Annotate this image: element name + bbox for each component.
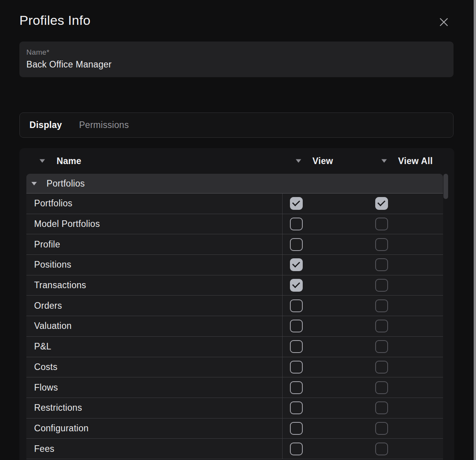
row-view-all-cell <box>375 214 443 234</box>
view-checkbox[interactable] <box>290 238 303 251</box>
table-row: Restrictions <box>26 398 443 418</box>
row-view-all-cell <box>375 418 443 439</box>
view-checkbox[interactable] <box>290 258 303 271</box>
row-view-all-cell <box>375 296 443 316</box>
close-icon <box>439 17 449 28</box>
row-view-cell <box>282 398 375 418</box>
table-row: Valuation <box>26 316 443 337</box>
row-name-cell: Flows <box>26 377 282 398</box>
view-checkbox[interactable] <box>290 381 303 394</box>
view-all-checkbox[interactable] <box>375 340 388 353</box>
row-view-cell <box>282 214 375 234</box>
view-all-checkbox[interactable] <box>375 320 388 332</box>
row-view-all-cell <box>375 316 443 336</box>
row-view-cell <box>282 377 375 398</box>
view-all-checkbox[interactable] <box>375 238 388 251</box>
row-label: Positions <box>34 259 71 270</box>
group-row-label: Portfolios <box>47 178 85 189</box>
row-view-cell <box>282 316 375 336</box>
row-view-all-cell <box>375 357 443 377</box>
view-checkbox[interactable] <box>290 361 303 374</box>
tab-display[interactable]: Display <box>29 120 62 130</box>
tab-permissions[interactable]: Permissions <box>79 120 129 130</box>
row-view-all-cell <box>375 234 443 254</box>
row-view-all-cell <box>375 275 443 296</box>
sort-icon-view[interactable] <box>296 159 301 163</box>
table-header: Name View View All <box>19 148 454 174</box>
row-label: Restrictions <box>34 403 82 413</box>
view-checkbox[interactable] <box>290 218 303 230</box>
row-view-cell <box>282 337 375 357</box>
table-row: Flows <box>26 377 443 398</box>
row-name-cell: Costs <box>26 357 282 377</box>
view-all-checkbox[interactable] <box>375 299 388 312</box>
view-all-checkbox[interactable] <box>375 218 388 230</box>
collapse-triangle-icon[interactable] <box>31 182 37 185</box>
row-name-cell: Valuation <box>26 316 282 336</box>
column-header-view-all: View All <box>398 156 433 166</box>
table-row: P&L <box>26 337 443 357</box>
view-checkbox[interactable] <box>290 197 303 210</box>
view-checkbox[interactable] <box>290 401 303 414</box>
row-name-cell: Positions <box>26 255 282 275</box>
table-row: Portfolios <box>26 194 443 214</box>
view-checkbox[interactable] <box>290 443 303 455</box>
tab-bar: Display Permissions <box>19 112 454 138</box>
group-row-portfolios[interactable]: Portfolios <box>26 174 443 194</box>
row-view-cell <box>282 296 375 316</box>
sort-icon-name[interactable] <box>40 159 45 163</box>
view-all-checkbox[interactable] <box>375 401 388 414</box>
table-row: Fees <box>26 439 443 459</box>
row-view-all-cell <box>375 439 443 459</box>
row-view-all-cell <box>375 377 443 398</box>
row-name-cell: Orders <box>26 296 282 316</box>
row-label: Flows <box>34 382 58 393</box>
row-name-cell: Model Portfolios <box>26 214 282 234</box>
row-view-all-cell <box>375 194 443 214</box>
row-view-all-cell <box>375 255 443 275</box>
row-label: Fees <box>34 444 54 454</box>
name-input[interactable] <box>26 59 447 70</box>
view-all-checkbox[interactable] <box>375 443 388 455</box>
column-header-name: Name <box>57 156 81 166</box>
name-field[interactable]: Name* <box>19 42 454 77</box>
table-scrollbar-thumb[interactable] <box>443 174 448 199</box>
table-row: Costs <box>26 357 443 378</box>
row-view-cell <box>282 418 375 439</box>
row-view-all-cell <box>375 337 443 357</box>
view-all-checkbox[interactable] <box>375 197 388 210</box>
table-row: Configuration <box>26 418 443 439</box>
row-name-cell: Configuration <box>26 418 282 439</box>
table-row: Model Portfolios <box>26 214 443 235</box>
table-row: Orders <box>26 296 443 316</box>
display-table: Name View View All Portfolios Portfolios… <box>19 148 454 460</box>
row-label: Transactions <box>34 280 86 291</box>
sort-icon-view-all[interactable] <box>381 159 387 163</box>
close-button[interactable] <box>438 17 449 28</box>
row-name-cell: Profile <box>26 234 282 254</box>
view-all-checkbox[interactable] <box>375 279 388 292</box>
row-view-cell <box>282 194 375 214</box>
row-view-cell <box>282 255 375 275</box>
view-all-checkbox[interactable] <box>375 258 388 271</box>
row-name-cell: Portfolios <box>26 194 282 214</box>
view-checkbox[interactable] <box>290 320 303 332</box>
row-view-cell <box>282 439 375 459</box>
view-checkbox[interactable] <box>290 279 303 292</box>
view-checkbox[interactable] <box>290 340 303 353</box>
row-label: Portfolios <box>34 198 72 209</box>
column-header-view: View <box>312 156 333 166</box>
view-all-checkbox[interactable] <box>375 422 388 435</box>
row-label: Costs <box>34 362 57 372</box>
row-view-cell <box>282 357 375 377</box>
view-all-checkbox[interactable] <box>375 361 388 374</box>
page-scrollbar[interactable] <box>474 0 476 460</box>
view-all-checkbox[interactable] <box>375 381 388 394</box>
view-checkbox[interactable] <box>290 422 303 435</box>
row-label: Model Portfolios <box>34 219 100 229</box>
table-row: Profile <box>26 234 443 255</box>
page-title: Profiles Info <box>19 13 90 28</box>
view-checkbox[interactable] <box>290 299 303 312</box>
row-name-cell: P&L <box>26 337 282 357</box>
row-name-cell: Fees <box>26 439 282 459</box>
